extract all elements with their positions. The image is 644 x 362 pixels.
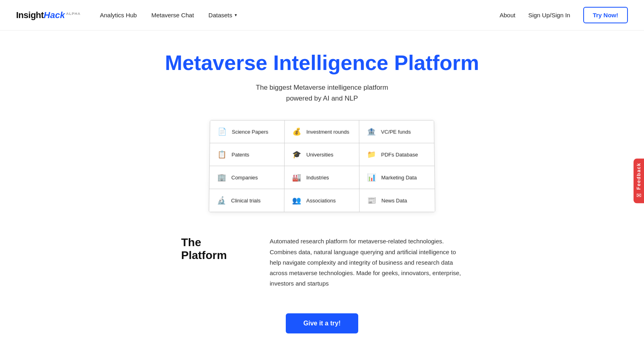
patents-icon: 📋 xyxy=(216,149,227,160)
grid-cell-industries: 🏭 Industries xyxy=(285,166,359,189)
nav-right: About Sign Up/Sign In Try Now! xyxy=(500,7,628,23)
platform-section: The Platform Automated research platform… xyxy=(181,236,463,289)
grid-cell-companies: 🏢 Companies xyxy=(209,166,285,189)
nav-links: Analytics Hub Metaverse Chat Datasets ▾ xyxy=(100,12,500,19)
nav-analytics-hub[interactable]: Analytics Hub xyxy=(100,12,137,19)
nav-datasets[interactable]: Datasets ▾ xyxy=(208,12,237,19)
give-it-a-try-button[interactable]: Give it a try! xyxy=(286,313,358,333)
universities-icon: 🎓 xyxy=(291,149,302,160)
cell-label: PDFs Database xyxy=(381,152,418,158)
nav-signin[interactable]: Sign Up/Sign In xyxy=(528,12,570,19)
grid-cell-investment-rounds: 💰 Investment rounds xyxy=(285,121,359,144)
cell-label: VC/PE funds xyxy=(381,129,411,135)
investment-rounds-icon: 💰 xyxy=(291,126,302,138)
grid-cell-vc-pe-funds: 🏦 VC/PE funds xyxy=(359,121,434,144)
logo-alpha: ALPHA xyxy=(66,12,80,16)
cell-label: Companies xyxy=(231,175,258,181)
logo-hack: Hack xyxy=(44,10,65,21)
news-data-icon: 📰 xyxy=(366,195,377,206)
nav-about[interactable]: About xyxy=(500,12,515,19)
grid-cell-patents: 📋 Patents xyxy=(210,144,285,167)
logo-insight: Insight xyxy=(16,10,44,21)
grid-cell-universities: 🎓 Universities xyxy=(285,144,359,167)
feedback-container: Feedback ✉ xyxy=(634,158,644,203)
platform-section-title: The Platform xyxy=(181,236,246,262)
nav-metaverse-chat[interactable]: Metaverse Chat xyxy=(151,12,194,19)
vc-pe-funds-icon: 🏦 xyxy=(366,126,377,138)
main-content: Metaverse Intelligence Platform The bigg… xyxy=(0,31,644,358)
grid-row: 📄 Science Papers 💰 Investment rounds 🏦 V… xyxy=(210,121,434,144)
feedback-button[interactable]: Feedback ✉ xyxy=(634,158,644,203)
cell-label: Science Papers xyxy=(232,129,268,135)
logo[interactable]: InsightHackALPHA xyxy=(16,10,80,21)
grid-cell-marketing-data: 📊 Marketing Data xyxy=(359,166,435,189)
platform-grid: 📄 Science Papers 💰 Investment rounds 🏦 V… xyxy=(209,120,436,212)
chevron-down-icon: ▾ xyxy=(235,12,237,18)
grid-cell-pdfs-database: 📁 PDFs Database xyxy=(359,144,434,167)
cell-label: Investment rounds xyxy=(306,129,349,135)
platform-section-description: Automated research platform for metavers… xyxy=(270,236,463,289)
grid-cell-clinical-trials: 🔬 Clinical trials xyxy=(209,189,285,212)
associations-icon: 👥 xyxy=(291,195,302,206)
companies-icon: 🏢 xyxy=(216,172,227,183)
try-now-button[interactable]: Try Now! xyxy=(583,7,628,23)
cell-label: Marketing Data xyxy=(381,175,417,181)
feedback-label: Feedback xyxy=(636,162,642,189)
navbar: InsightHackALPHA Analytics Hub Metaverse… xyxy=(0,0,644,31)
grid-cell-associations: 👥 Associations xyxy=(285,189,360,212)
envelope-icon: ✉ xyxy=(636,192,642,200)
grid-row: 📋 Patents 🎓 Universities 📁 PDFs Database xyxy=(210,144,434,167)
hero-title: Metaverse Intelligence Platform xyxy=(165,51,479,75)
clinical-trials-icon: 🔬 xyxy=(216,195,227,206)
grid-cell-science-papers: 📄 Science Papers xyxy=(210,121,285,144)
cell-label: Industries xyxy=(306,175,329,181)
grid-row: 🏢 Companies 🏭 Industries 📊 Marketing Dat… xyxy=(209,166,434,189)
cell-label: Universities xyxy=(306,152,333,158)
cell-label: Patents xyxy=(231,152,249,158)
industries-icon: 🏭 xyxy=(291,172,302,183)
science-papers-icon: 📄 xyxy=(217,126,228,138)
cell-label: Clinical trials xyxy=(231,197,260,204)
marketing-data-icon: 📊 xyxy=(366,172,377,183)
grid-cell-news-data: 📰 News Data xyxy=(359,189,435,212)
cell-label: Associations xyxy=(306,197,336,204)
hero-subtitle: The biggest Metaverse intelligence platf… xyxy=(256,82,388,104)
grid-row: 🔬 Clinical trials 👥 Associations 📰 News … xyxy=(209,189,435,212)
cell-label: News Data xyxy=(382,197,407,204)
pdfs-database-icon: 📁 xyxy=(366,149,377,160)
